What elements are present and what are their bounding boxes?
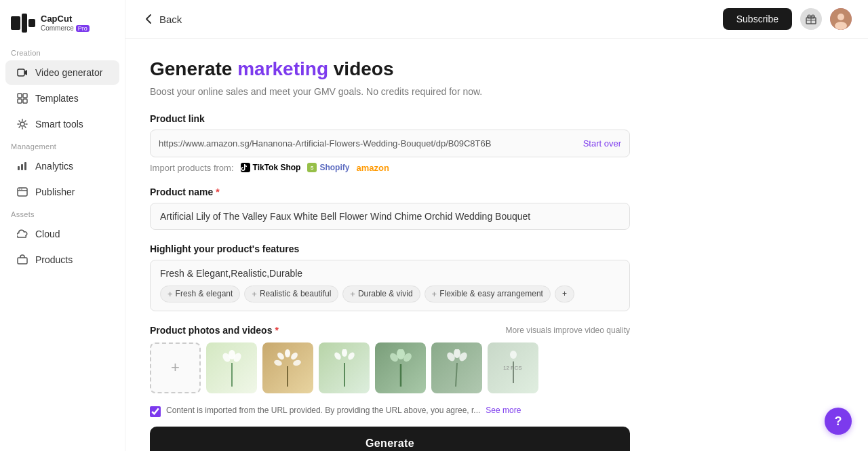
svg-rect-9 bbox=[18, 166, 20, 170]
product-photo-1[interactable] bbox=[206, 342, 257, 393]
features-label: Highlight your product's features bbox=[150, 243, 630, 254]
topbar: Back Subscribe bbox=[125, 0, 868, 39]
tiktok-icon bbox=[241, 163, 250, 172]
product-name-input[interactable] bbox=[150, 203, 630, 230]
sidebar-item-cloud[interactable]: Cloud bbox=[5, 222, 119, 246]
product-link-input[interactable] bbox=[159, 130, 578, 157]
product-photo-4[interactable] bbox=[375, 342, 426, 393]
svg-rect-10 bbox=[21, 164, 23, 170]
svg-point-28 bbox=[285, 349, 290, 357]
svg-rect-12 bbox=[18, 188, 27, 196]
sidebar-item-templates[interactable]: Templates bbox=[5, 86, 119, 111]
svg-point-19 bbox=[837, 14, 844, 20]
svg-rect-15 bbox=[18, 258, 27, 264]
feature-tag-more[interactable]: + bbox=[555, 286, 574, 302]
product-name-label: Product name * bbox=[150, 187, 630, 197]
flower-svg-3 bbox=[331, 349, 358, 387]
back-button[interactable]: Back bbox=[142, 12, 182, 26]
sidebar-item-smart-tools-label: Smart tools bbox=[35, 119, 83, 130]
product-link-label: Product link bbox=[150, 113, 630, 124]
see-more-link[interactable]: See more bbox=[486, 406, 521, 415]
page-subtitle: Boost your online sales and meet your GM… bbox=[150, 86, 630, 97]
brand-name: CapCut bbox=[41, 14, 90, 24]
sidebar-item-video-label: Video generator bbox=[35, 67, 102, 78]
gift-button[interactable] bbox=[800, 8, 822, 30]
flower-svg-2 bbox=[273, 349, 303, 387]
logo: CapCut Commerce Pro bbox=[0, 8, 125, 43]
shopify-logo[interactable]: S Shopify bbox=[307, 163, 349, 172]
svg-rect-2 bbox=[28, 19, 35, 27]
consent-checkbox[interactable] bbox=[150, 406, 161, 417]
photos-label: Product photos and videos * bbox=[150, 325, 279, 336]
feature-tag-1[interactable]: +Fresh & elegant bbox=[160, 286, 240, 302]
more-visuals-hint: More visuals improve video quality bbox=[506, 326, 630, 335]
import-label: Import products from: bbox=[150, 163, 234, 173]
publisher-icon bbox=[16, 186, 28, 198]
product-photo-6[interactable]: 12 PCS bbox=[488, 342, 538, 393]
page-title: Generate marketing videos bbox=[150, 58, 630, 81]
user-avatar[interactable] bbox=[830, 8, 852, 30]
feature-tag-4[interactable]: +Flexible & easy arrangement bbox=[425, 286, 551, 302]
feature-tag-3[interactable]: +Durable & vivid bbox=[342, 286, 420, 302]
features-container: +Fresh & elegant +Realistic & beautiful … bbox=[150, 260, 630, 311]
product-photo-3[interactable] bbox=[319, 342, 370, 393]
cloud-icon bbox=[16, 228, 28, 240]
svg-point-47 bbox=[510, 351, 517, 359]
svg-point-20 bbox=[835, 22, 847, 30]
products-icon bbox=[16, 254, 28, 266]
photos-required: * bbox=[275, 325, 278, 336]
product-photo-2[interactable] bbox=[262, 342, 313, 393]
add-photo-button[interactable]: + bbox=[150, 342, 201, 393]
svg-point-8 bbox=[20, 122, 24, 126]
subscribe-button[interactable]: Subscribe bbox=[723, 8, 792, 30]
analytics-icon bbox=[16, 160, 28, 172]
start-over-button[interactable]: Start over bbox=[583, 138, 621, 149]
svg-rect-4 bbox=[18, 94, 22, 98]
product-link-field: Start over bbox=[150, 130, 630, 157]
features-input[interactable] bbox=[151, 260, 629, 283]
svg-point-34 bbox=[342, 349, 347, 357]
product-photo-5[interactable] bbox=[431, 342, 482, 393]
creation-section-label: Creation bbox=[0, 43, 125, 60]
photos-header: Product photos and videos * More visuals… bbox=[150, 325, 630, 336]
sidebar: CapCut Commerce Pro Creation Video gener… bbox=[0, 0, 125, 451]
back-arrow-icon bbox=[142, 12, 155, 26]
flower-svg-1 bbox=[218, 349, 245, 387]
sidebar-item-publisher-label: Publisher bbox=[35, 187, 75, 197]
svg-point-29 bbox=[290, 351, 299, 360]
management-section-label: Management bbox=[0, 137, 125, 153]
svg-point-32 bbox=[273, 359, 283, 367]
tiktok-shop-logo[interactable]: TikTok Shop bbox=[241, 163, 301, 172]
sidebar-item-cloud-label: Cloud bbox=[35, 229, 60, 239]
svg-point-42 bbox=[454, 349, 460, 358]
feature-tag-2[interactable]: +Realistic & beautiful bbox=[244, 286, 338, 302]
title-highlight: marketing bbox=[237, 58, 328, 79]
main-content: Back Subscribe Generate mark bbox=[125, 0, 868, 451]
svg-point-31 bbox=[292, 359, 302, 367]
flower-svg-4 bbox=[387, 349, 414, 387]
assets-section-label: Assets bbox=[0, 205, 125, 221]
amazon-logo[interactable]: amazon bbox=[356, 163, 389, 173]
title-prefix: Generate bbox=[150, 58, 237, 79]
sidebar-item-products[interactable]: Products bbox=[5, 248, 119, 272]
svg-point-38 bbox=[397, 349, 405, 359]
video-icon bbox=[16, 66, 28, 79]
features-tags: +Fresh & elegant +Realistic & beautiful … bbox=[151, 283, 629, 311]
svg-point-13 bbox=[19, 189, 20, 190]
svg-rect-3 bbox=[18, 69, 24, 76]
templates-icon bbox=[16, 92, 28, 104]
flower-svg-6: 12 PCS bbox=[500, 349, 527, 387]
svg-rect-7 bbox=[23, 99, 27, 103]
svg-rect-1 bbox=[22, 14, 27, 33]
photos-grid: + bbox=[150, 342, 630, 396]
generate-button[interactable]: Generate bbox=[150, 427, 630, 451]
sidebar-item-analytics[interactable]: Analytics bbox=[5, 154, 119, 178]
sidebar-item-analytics-label: Analytics bbox=[35, 161, 73, 172]
svg-rect-11 bbox=[24, 162, 26, 170]
sidebar-item-smart-tools[interactable]: Smart tools bbox=[5, 112, 119, 136]
sidebar-item-video-generator[interactable]: Video generator bbox=[5, 60, 119, 85]
sidebar-item-publisher[interactable]: Publisher bbox=[5, 180, 119, 204]
help-button[interactable]: ? bbox=[825, 408, 852, 435]
consent-row: Content is imported from the URL provide… bbox=[150, 406, 630, 417]
sidebar-item-products-label: Products bbox=[35, 254, 73, 265]
